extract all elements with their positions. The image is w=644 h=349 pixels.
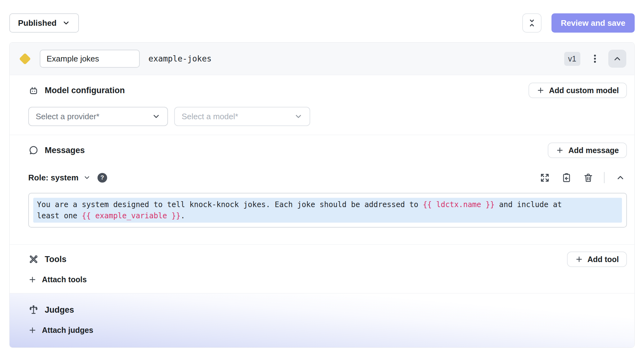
chevron-down-icon bbox=[62, 19, 70, 27]
chevron-up-icon bbox=[613, 54, 622, 63]
add-message-button[interactable]: Add message bbox=[548, 143, 627, 158]
expand-message-button[interactable] bbox=[539, 172, 551, 184]
attach-tools-button[interactable]: Attach tools bbox=[28, 275, 87, 284]
add-tool-button[interactable]: Add tool bbox=[567, 252, 627, 267]
ai-config-editor: Published Review and save example-jokes … bbox=[0, 0, 644, 349]
collapse-message-button[interactable] bbox=[615, 172, 626, 184]
expand-arrows-icon bbox=[540, 173, 550, 183]
paste-message-button[interactable] bbox=[560, 172, 572, 184]
model-configuration-section: Model configuration Add custom model Sel… bbox=[10, 75, 634, 135]
config-card: example-jokes v1 bbox=[9, 42, 635, 348]
system-message-text: You are a system designed to tell knock-… bbox=[37, 199, 571, 221]
question-mark-icon[interactable]: ? bbox=[98, 173, 107, 183]
messages-title: Messages bbox=[45, 146, 85, 155]
model-select[interactable]: Select a model* bbox=[174, 107, 310, 126]
plus-icon bbox=[537, 86, 545, 94]
kebab-menu-icon bbox=[590, 53, 600, 64]
chevron-down-icon bbox=[83, 174, 91, 181]
attach-judges-button[interactable]: Attach judges bbox=[28, 326, 93, 335]
plus-icon bbox=[575, 255, 583, 263]
chevron-down-icon bbox=[294, 112, 303, 121]
paste-icon bbox=[561, 173, 572, 183]
provider-select[interactable]: Select a provider* bbox=[28, 107, 168, 126]
chevron-down-icon bbox=[152, 112, 161, 121]
top-toolbar-right: Review and save bbox=[522, 13, 635, 33]
balance-scale-icon bbox=[28, 305, 39, 315]
message-role-row: Role: system ? bbox=[28, 170, 627, 185]
collapse-panels-button[interactable] bbox=[522, 13, 542, 33]
judges-section: Judges Attach judges bbox=[10, 293, 634, 347]
messages-section: Messages Add message Role: system ? bbox=[10, 135, 634, 245]
diamond-icon bbox=[19, 53, 31, 65]
top-toolbar: Published Review and save bbox=[0, 0, 644, 33]
trash-icon bbox=[583, 173, 593, 183]
config-key: example-jokes bbox=[148, 54, 212, 63]
role-selector[interactable]: Role: system bbox=[28, 173, 91, 183]
delete-message-button[interactable] bbox=[582, 172, 594, 184]
plus-icon bbox=[28, 326, 37, 334]
plus-icon bbox=[556, 146, 564, 154]
review-and-save-button[interactable]: Review and save bbox=[551, 13, 635, 33]
add-custom-model-button[interactable]: Add custom model bbox=[528, 83, 627, 98]
judges-title: Judges bbox=[45, 305, 74, 315]
version-badge: v1 bbox=[564, 52, 580, 66]
plus-icon bbox=[28, 275, 37, 284]
speech-bubble-icon bbox=[28, 145, 39, 156]
robot-icon bbox=[28, 85, 39, 96]
model-configuration-title: Model configuration bbox=[45, 86, 125, 95]
config-name-input[interactable] bbox=[40, 50, 140, 68]
status-dropdown-button[interactable]: Published bbox=[9, 13, 79, 33]
system-message-highlight: You are a system designed to tell knock-… bbox=[33, 198, 622, 223]
system-message-editor[interactable]: You are a system designed to tell knock-… bbox=[28, 193, 627, 228]
tools-title: Tools bbox=[45, 255, 66, 264]
collapse-vertical-icon bbox=[527, 18, 537, 28]
chevron-up-icon bbox=[616, 173, 625, 182]
tools-section: Tools Add tool Attach tools bbox=[10, 245, 634, 293]
message-actions bbox=[539, 172, 627, 184]
config-card-header: example-jokes v1 bbox=[10, 43, 634, 75]
divider bbox=[604, 172, 605, 183]
crossed-tools-icon bbox=[28, 254, 39, 265]
status-label: Published bbox=[18, 18, 57, 28]
collapse-card-button[interactable] bbox=[608, 50, 626, 68]
version-menu-button[interactable] bbox=[588, 52, 602, 66]
